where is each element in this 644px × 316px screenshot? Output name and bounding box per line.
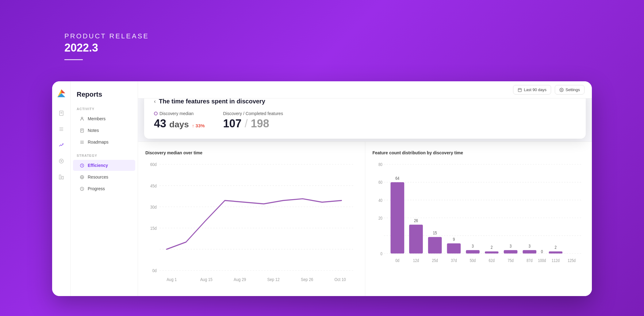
discovery-denominator: 198 (251, 117, 269, 130)
svg-rect-76 (549, 251, 562, 253)
metric-slash: / (245, 117, 248, 130)
svg-text:Sep 26: Sep 26 (301, 277, 313, 282)
svg-text:62d: 62d (489, 258, 495, 263)
line-chart-panel: Discovery median over time (138, 142, 365, 296)
product-release-label: PRODUCT RELEASE (64, 32, 616, 40)
progress-icon (79, 186, 85, 191)
bar-chart-title: Feature count distribution by discovery … (373, 150, 585, 155)
svg-text:3: 3 (528, 244, 531, 249)
rail-icon-compass[interactable] (56, 156, 66, 166)
svg-rect-59 (390, 182, 404, 253)
discovery-completed-label: Discovery / Completed features (223, 111, 283, 116)
nav-item-roadmaps[interactable]: Roadmaps (73, 137, 135, 148)
rail-icon-reports[interactable] (56, 140, 66, 150)
svg-text:12d: 12d (413, 258, 419, 263)
svg-text:25d: 25d (432, 258, 438, 263)
roadmaps-icon (79, 139, 85, 145)
sidebar-title: Reports (71, 87, 138, 105)
svg-text:0d: 0d (395, 258, 399, 263)
svg-rect-63 (428, 237, 442, 253)
rail-icon-document[interactable] (56, 108, 66, 118)
svg-text:80: 80 (378, 162, 382, 167)
rail-icon-building[interactable] (56, 172, 66, 182)
rail-icon-list[interactable] (56, 124, 66, 134)
svg-text:87d: 87d (526, 258, 532, 263)
svg-text:75d: 75d (508, 258, 514, 263)
app-logo[interactable] (56, 87, 67, 99)
svg-rect-13 (62, 176, 63, 179)
resources-icon (79, 174, 85, 180)
back-button[interactable]: ‹ (154, 98, 156, 105)
svg-marker-1 (61, 89, 65, 93)
svg-text:Oct 10: Oct 10 (335, 277, 346, 282)
settings-label: Settings (565, 87, 580, 92)
svg-rect-69 (485, 251, 498, 253)
line-chart-container: 60d 45d 30d 15d 0d Aug 1 Aug 15 Aug 29 S… (145, 160, 358, 287)
topbar: Last 90 days Settings (138, 81, 592, 98)
svg-text:0: 0 (380, 251, 382, 256)
metric-discovery-median: Discovery median 43 days ↑ 33% (154, 111, 205, 130)
svg-text:3: 3 (509, 244, 512, 249)
discovery-numerator: 107 (223, 117, 242, 130)
svg-rect-65 (447, 243, 461, 253)
svg-rect-26 (518, 88, 522, 92)
svg-text:30d: 30d (150, 204, 157, 210)
svg-text:112d: 112d (551, 258, 559, 263)
nav-item-progress-label: Progress (88, 186, 105, 191)
popup-metrics: Discovery median 43 days ↑ 33% Discovery… (154, 111, 576, 130)
discovery-median-change: ↑ 33% (192, 123, 205, 128)
svg-text:125d: 125d (567, 258, 575, 263)
svg-text:Aug 15: Aug 15 (200, 277, 213, 282)
svg-text:100d: 100d (538, 258, 546, 263)
svg-rect-12 (59, 175, 61, 179)
svg-text:50d: 50d (470, 258, 476, 263)
nav-item-progress[interactable]: Progress (73, 183, 135, 194)
nav-item-efficiency[interactable]: Efficiency (73, 160, 135, 171)
nav-item-notes[interactable]: Notes (73, 125, 135, 136)
svg-point-14 (81, 117, 83, 118)
popup-title: The time features spent in discovery (159, 98, 265, 105)
svg-text:20: 20 (378, 215, 382, 221)
nav-item-roadmaps-label: Roadmaps (88, 140, 109, 145)
metric-discovery-completed: Discovery / Completed features 107 / 198 (223, 111, 283, 130)
svg-rect-71 (504, 250, 517, 253)
bar-chart-panel: Feature count distribution by discovery … (365, 142, 592, 296)
nav-item-notes-label: Notes (88, 128, 99, 133)
nav-item-efficiency-label: Efficiency (88, 163, 108, 168)
notes-icon (79, 128, 85, 133)
nav-item-resources-label: Resources (88, 175, 108, 179)
bar-chart-container: 80 60 40 20 0 64 (373, 160, 585, 287)
line-chart-title: Discovery median over time (145, 150, 358, 155)
nav-section-strategy: STRATEGY (71, 151, 138, 159)
svg-text:64: 64 (395, 175, 399, 181)
icon-rail (52, 81, 71, 296)
svg-text:Sep 12: Sep 12 (267, 277, 280, 282)
svg-text:Aug 1: Aug 1 (167, 277, 177, 282)
svg-text:37d: 37d (451, 258, 457, 263)
settings-button[interactable]: Settings (555, 85, 585, 94)
svg-text:15d: 15d (150, 225, 157, 231)
svg-text:Aug 29: Aug 29 (234, 277, 246, 282)
svg-text:2: 2 (491, 245, 493, 250)
nav-section-activity: ACTIVITY (71, 105, 138, 113)
svg-rect-61 (409, 225, 423, 253)
svg-text:0d: 0d (152, 268, 157, 273)
metric-dot (154, 112, 158, 115)
charts-row: Discovery median over time (138, 141, 592, 296)
svg-text:9: 9 (453, 237, 455, 242)
svg-text:0: 0 (541, 249, 543, 254)
svg-text:60: 60 (378, 180, 382, 185)
svg-text:45d: 45d (150, 183, 157, 188)
nav-item-members[interactable]: Members (73, 113, 135, 124)
nav-item-resources[interactable]: Resources (73, 171, 135, 183)
date-range-button[interactable]: Last 90 days (513, 85, 551, 94)
nav-item-members-label: Members (88, 116, 105, 121)
discovery-median-label: Discovery median (159, 111, 194, 116)
svg-text:26: 26 (414, 218, 418, 223)
svg-rect-73 (523, 250, 536, 253)
date-range-label: Last 90 days (524, 87, 546, 92)
efficiency-icon (79, 163, 85, 168)
svg-point-30 (561, 89, 562, 91)
discovery-median-value: 43 (154, 117, 166, 130)
header-divider (64, 59, 83, 60)
